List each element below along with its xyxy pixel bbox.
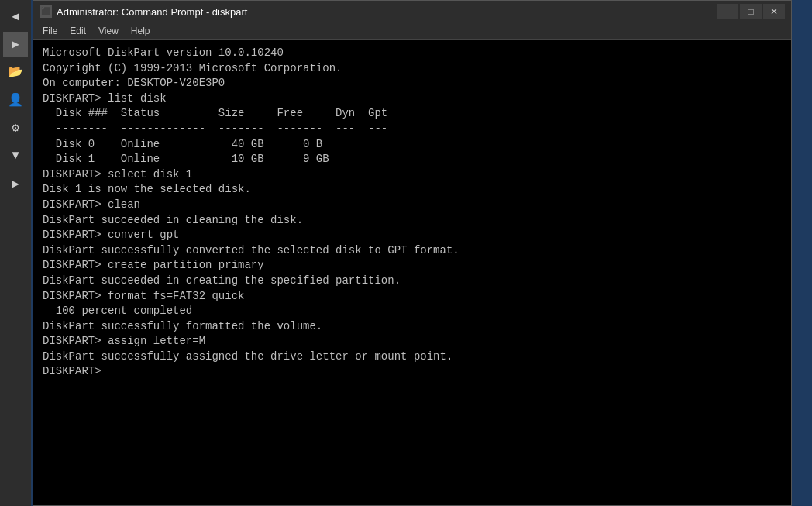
chevron-right-icon[interactable]: ▶ [3, 171, 28, 196]
terminal-line: 100 percent completed [43, 304, 782, 319]
terminal-line: Microsoft DiskPart version 10.0.10240 [43, 46, 782, 61]
terminal-line: DISKPART> clean [43, 198, 782, 213]
terminal-line: DiskPart successfully assigned the drive… [43, 349, 782, 365]
cmd-window: ⬛ Administrator: Command Prompt - diskpa… [33, 0, 792, 506]
title-bar-left: ⬛ Administrator: Command Prompt - diskpa… [40, 5, 247, 18]
terminal-line: DISKPART> select disk 1 [43, 167, 782, 183]
folder-icon[interactable]: 📂 [3, 60, 28, 84]
title-bar: ⬛ Administrator: Command Prompt - diskpa… [33, 1, 791, 22]
terminal-line: DISKPART> list disk [43, 91, 782, 107]
terminal-line: DISKPART> format fs=FAT32 quick [43, 289, 782, 305]
terminal-line: -------- ------------- ------- ------- -… [43, 122, 782, 137]
menu-view[interactable]: View [92, 24, 125, 38]
terminal-line: DiskPart succeeded in creating the speci… [43, 274, 782, 289]
minimize-button[interactable]: ─ [717, 4, 738, 19]
terminal-line: DISKPART> convert gpt [43, 228, 782, 243]
terminal-output[interactable]: Microsoft DiskPart version 10.0.10240Cop… [33, 40, 791, 505]
gear-icon[interactable]: ⚙ [3, 115, 28, 140]
chevron-down-icon[interactable]: ▼ [3, 143, 28, 168]
menu-edit[interactable]: Edit [64, 24, 92, 38]
terminal-line: DISKPART> [43, 364, 782, 380]
terminal-line: Disk 1 is now the selected disk. [43, 182, 782, 198]
terminal-line: DISKPART> assign letter=M [43, 334, 782, 349]
menu-bar: File Edit View Help [33, 22, 791, 40]
terminal-line: DiskPart successfully formatted the volu… [43, 319, 782, 335]
menu-file[interactable]: File [36, 24, 64, 38]
menu-help[interactable]: Help [125, 24, 157, 38]
back-icon[interactable]: ◀ [3, 4, 28, 29]
terminal-line: DiskPart succeeded in cleaning the disk. [43, 213, 782, 229]
terminal-line: DiskPart successfully converted the sele… [43, 243, 782, 259]
window-icon: ⬛ [40, 5, 52, 18]
window-title: Administrator: Command Prompt - diskpart [57, 6, 247, 18]
forward-icon[interactable]: ▶ [3, 32, 28, 57]
maximize-button[interactable]: □ [740, 4, 762, 19]
desktop: ◀ ▶ 📂 👤 ⚙ ▼ ▶ ⬛ Administrator: Command P… [0, 0, 812, 506]
terminal-line: Disk 0 Online 40 GB 0 B [43, 137, 782, 153]
terminal-line: DISKPART> create partition primary [43, 258, 782, 274]
terminal-line: Copyright (C) 1999-2013 Microsoft Corpor… [43, 61, 782, 77]
user-icon[interactable]: 👤 [3, 88, 28, 112]
close-button[interactable]: ✕ [763, 4, 785, 19]
terminal-line: Disk ### Status Size Free Dyn Gpt [43, 106, 782, 122]
title-controls: ─ □ ✕ [717, 4, 785, 19]
terminal-line: Disk 1 Online 10 GB 9 GB [43, 152, 782, 167]
terminal-line: On computer: DESKTOP-V20E3P0 [43, 76, 782, 91]
taskbar-left: ◀ ▶ 📂 👤 ⚙ ▼ ▶ [0, 0, 31, 506]
